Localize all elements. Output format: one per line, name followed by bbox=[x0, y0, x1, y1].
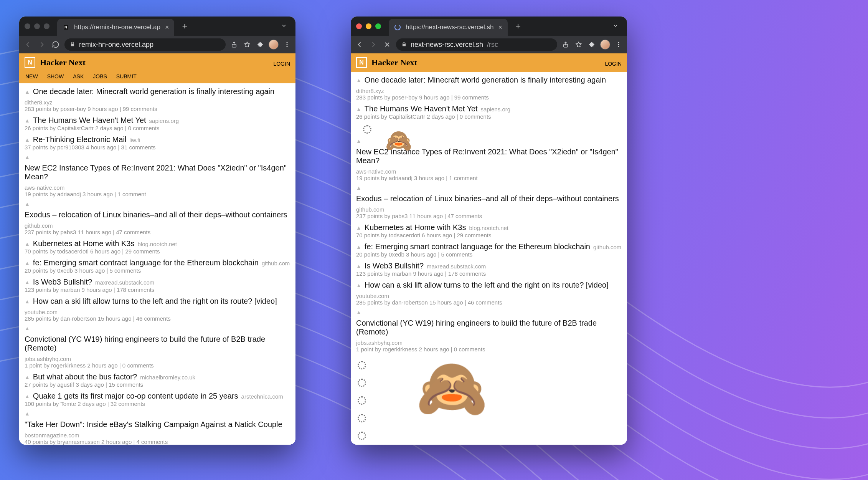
browser-menu-icon[interactable] bbox=[614, 40, 623, 49]
story-domain[interactable]: bostonmagazine.com bbox=[25, 432, 79, 439]
story-title-link[interactable]: Convictional (YC W19) hiring engineers t… bbox=[356, 319, 622, 336]
traffic-min[interactable] bbox=[34, 23, 40, 29]
tab-overflow-icon[interactable] bbox=[278, 21, 290, 31]
bookmark-icon[interactable] bbox=[243, 40, 252, 49]
story-title-link[interactable]: Kubernetes at Home with K3s bbox=[365, 223, 466, 232]
upvote-icon[interactable]: ▲ bbox=[356, 77, 361, 83]
extensions-icon[interactable] bbox=[256, 40, 265, 49]
story-domain[interactable]: aws-native.com bbox=[25, 184, 64, 191]
story-title-link[interactable]: fe: Emerging smart contract language for… bbox=[33, 258, 259, 267]
story-title-link[interactable]: Exodus – relocation of Linux binaries–an… bbox=[356, 194, 619, 203]
upvote-icon[interactable]: ▲ bbox=[25, 325, 30, 331]
url-input[interactable]: next-news-rsc.vercel.sh/rsc bbox=[396, 38, 557, 51]
upvote-icon[interactable]: ▲ bbox=[356, 138, 361, 144]
browser-menu-icon[interactable] bbox=[282, 40, 292, 49]
upvote-icon[interactable]: ▲ bbox=[25, 298, 30, 305]
new-tab-button[interactable]: + bbox=[512, 19, 525, 33]
site-logo[interactable]: N bbox=[356, 57, 367, 68]
upvote-icon[interactable]: ▲ bbox=[356, 309, 361, 315]
story-title-link[interactable]: Re-Thinking Electronic Mail bbox=[33, 135, 126, 144]
story-title-link[interactable]: Exodus – relocation of Linux binaries–an… bbox=[25, 210, 287, 219]
story-title-link[interactable]: Is Web3 Bullshit? bbox=[33, 278, 92, 286]
story-title-link[interactable]: One decade later: Minecraft world genera… bbox=[365, 76, 606, 84]
story-domain[interactable]: github.com bbox=[356, 206, 384, 213]
nav-link-show[interactable]: SHOW bbox=[47, 73, 64, 79]
browser-tab[interactable]: https://remix-hn-one.vercel.ap × bbox=[57, 19, 174, 36]
story-domain[interactable]: dither8.xyz bbox=[25, 99, 53, 106]
story-title-link[interactable]: But what about the bus factor? bbox=[33, 372, 137, 381]
story-domain[interactable]: maxread.substack.com bbox=[427, 263, 486, 270]
story-domain[interactable]: sapiens.org bbox=[481, 106, 511, 113]
story-domain[interactable]: liw.fi bbox=[129, 137, 140, 143]
story-title-link[interactable]: Quake 1 gets its first major co-op conte… bbox=[33, 392, 238, 401]
story-title-link[interactable]: One decade later: Minecraft world genera… bbox=[33, 87, 274, 96]
site-logo[interactable]: N bbox=[25, 57, 35, 68]
nav-link-ask[interactable]: ASK bbox=[73, 73, 84, 79]
story-title-link[interactable]: The Humans We Haven't Met Yet bbox=[33, 116, 146, 125]
upvote-icon[interactable]: ▲ bbox=[25, 137, 30, 143]
upvote-icon[interactable]: ▲ bbox=[356, 225, 361, 231]
upvote-icon[interactable]: ▲ bbox=[356, 244, 361, 250]
share-icon[interactable] bbox=[561, 40, 570, 49]
traffic-min[interactable] bbox=[366, 23, 371, 29]
story-title-link[interactable]: How can a ski lift allow turns to the le… bbox=[365, 281, 609, 290]
upvote-icon[interactable]: ▲ bbox=[25, 201, 30, 207]
nav-link-submit[interactable]: SUBMIT bbox=[116, 73, 137, 79]
story-domain[interactable]: github.com bbox=[593, 244, 621, 250]
story-title-link[interactable]: Convictional (YC W19) hiring engineers t… bbox=[25, 335, 290, 353]
upvote-icon[interactable]: ▲ bbox=[25, 118, 30, 124]
upvote-icon[interactable]: ▲ bbox=[25, 410, 30, 417]
story-domain[interactable]: maxread.substack.com bbox=[95, 279, 154, 286]
upvote-icon[interactable]: ▲ bbox=[356, 106, 361, 112]
story-title-link[interactable]: Is Web3 Bullshit? bbox=[365, 262, 424, 270]
upvote-icon[interactable]: ▲ bbox=[356, 185, 361, 191]
traffic-close[interactable] bbox=[25, 23, 30, 29]
traffic-max[interactable] bbox=[375, 23, 381, 29]
upvote-icon[interactable]: ▲ bbox=[25, 279, 30, 285]
story-domain[interactable]: github.com bbox=[262, 260, 290, 266]
upvote-icon[interactable]: ▲ bbox=[25, 89, 30, 95]
story-domain[interactable]: blog.nootch.net bbox=[469, 225, 508, 231]
traffic-max[interactable] bbox=[44, 23, 50, 29]
nav-link-new[interactable]: NEW bbox=[25, 73, 38, 79]
upvote-icon[interactable]: ▲ bbox=[25, 241, 30, 247]
story-title-link[interactable]: "Take Her Down": Inside eBay's Stalking … bbox=[25, 420, 282, 429]
upvote-icon[interactable]: ▲ bbox=[25, 154, 30, 160]
story-title-link[interactable]: Kubernetes at Home with K3s bbox=[33, 239, 135, 248]
browser-tab[interactable]: https://next-news-rsc.vercel.sh × bbox=[389, 19, 508, 36]
story-title-link[interactable]: fe: Emerging smart contract language for… bbox=[365, 242, 590, 251]
login-link[interactable]: LOGIN bbox=[273, 58, 290, 67]
traffic-close[interactable] bbox=[356, 23, 362, 29]
upvote-icon[interactable]: ▲ bbox=[25, 374, 30, 380]
back-button[interactable] bbox=[355, 40, 365, 50]
story-domain[interactable]: dither8.xyz bbox=[356, 88, 384, 94]
story-domain[interactable]: jobs.ashbyhq.com bbox=[25, 356, 71, 362]
profile-avatar[interactable] bbox=[269, 40, 279, 50]
upvote-icon[interactable]: ▲ bbox=[356, 282, 361, 288]
story-domain[interactable]: arstechnica.com bbox=[241, 393, 283, 400]
extensions-icon[interactable] bbox=[587, 40, 596, 49]
story-title-link[interactable]: How can a ski lift allow turns to the le… bbox=[33, 297, 277, 306]
story-domain[interactable]: jobs.ashbyhq.com bbox=[356, 339, 403, 346]
login-link[interactable]: LOGIN bbox=[605, 58, 622, 67]
story-domain[interactable]: aws-native.com bbox=[356, 168, 396, 175]
stop-button[interactable] bbox=[382, 40, 392, 50]
upvote-icon[interactable]: ▲ bbox=[356, 263, 361, 269]
story-domain[interactable]: sapiens.org bbox=[149, 118, 179, 124]
story-domain[interactable]: youtube.com bbox=[356, 293, 389, 299]
story-domain[interactable]: blog.nootch.net bbox=[137, 241, 177, 247]
tab-overflow-icon[interactable] bbox=[609, 21, 622, 31]
upvote-icon[interactable]: ▲ bbox=[25, 260, 30, 266]
story-domain[interactable]: michaelbromley.co.uk bbox=[140, 374, 195, 381]
story-title-link[interactable]: The Humans We Haven't Met Yet bbox=[365, 104, 478, 113]
tab-close-icon[interactable]: × bbox=[498, 23, 503, 31]
story-domain[interactable]: youtube.com bbox=[25, 309, 58, 315]
tab-close-icon[interactable]: × bbox=[165, 23, 169, 31]
new-tab-button[interactable]: + bbox=[178, 19, 191, 33]
upvote-icon[interactable]: ▲ bbox=[25, 393, 30, 399]
share-icon[interactable] bbox=[229, 40, 239, 49]
nav-link-jobs[interactable]: JOBS bbox=[93, 73, 107, 79]
url-input[interactable]: remix-hn-one.vercel.app bbox=[64, 38, 226, 51]
bookmark-icon[interactable] bbox=[574, 40, 583, 49]
story-title-link[interactable]: New EC2 Instance Types of Re:Invent 2021… bbox=[356, 147, 622, 165]
